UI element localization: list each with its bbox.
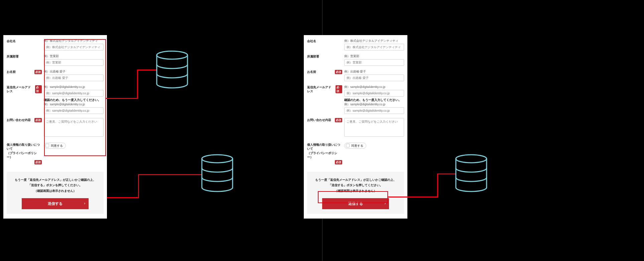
- submit-button[interactable]: 送信する ›: [322, 198, 389, 209]
- field-inquiry: お問い合わせ内容 必須: [307, 116, 404, 140]
- field-company: 会社名 例）株式会社デジタルアイデンティティ: [7, 37, 104, 52]
- hint-department: 例）営業部: [44, 54, 104, 58]
- database-icon: [455, 154, 488, 194]
- required-badge: 必須: [335, 160, 342, 164]
- input-name[interactable]: [344, 75, 404, 81]
- connector-right-a: [388, 197, 438, 198]
- notice-box: もう一度「返信先メールアドレス」が正しいかご確認の上、 「送信する」ボタンを押し…: [7, 172, 104, 214]
- connector-left-2b: [138, 174, 139, 198]
- field-inquiry: お問い合わせ内容 必須: [7, 116, 104, 140]
- hint-department: 例）営業部: [344, 54, 404, 58]
- chevron-right-icon: ›: [385, 201, 386, 206]
- hint-name: 例）出路椿 愛子: [344, 70, 404, 74]
- field-name: お名前 必須 例）出路椿 愛子: [307, 68, 404, 83]
- label-department: 所属部署: [307, 54, 319, 59]
- label-email: 返信先メールアドレス: [307, 85, 334, 94]
- database-icon: [201, 154, 234, 194]
- consent-toggle[interactable]: 同意する: [44, 143, 66, 149]
- required-badge: 必須: [34, 160, 42, 164]
- input-email-confirm[interactable]: [44, 107, 104, 114]
- connector-left-2c: [138, 174, 202, 175]
- submit-button[interactable]: 送信する ›: [22, 198, 89, 209]
- label-inquiry: お問い合わせ内容: [307, 118, 331, 122]
- submit-label: 送信する: [348, 202, 363, 206]
- required-badge: 必須: [34, 70, 42, 74]
- textarea-inquiry[interactable]: [44, 118, 104, 137]
- label-privacy-1: 個人情報の取り扱いについて: [307, 143, 342, 151]
- notice-line-2: 「送信する」ボタンを押してください。: [10, 182, 100, 188]
- label-department: 所属部署: [7, 54, 19, 59]
- hint-company: 例）株式会社デジタルアイデンティティ: [344, 39, 404, 43]
- field-department: 所属部署 例）営業部: [307, 52, 404, 68]
- field-privacy: 個人情報の取り扱いについて （プライバシーポリシー） 必須 同意する: [7, 140, 104, 167]
- chevron-right-icon: ›: [84, 201, 85, 206]
- form-panel-right: 会社名 例）株式会社デジタルアイデンティティ 所属部署 例）営業部 お名前 必須…: [304, 35, 407, 219]
- required-badge: 必須: [335, 70, 342, 74]
- input-email-confirm[interactable]: [344, 107, 404, 114]
- label-email: 返信先メールアドレス: [7, 85, 34, 94]
- field-name: お名前 必須 例）出路椿 愛子: [7, 68, 104, 83]
- notice-line-3: （確認画面は表示されません）: [10, 188, 100, 193]
- notice-line-1: もう一度「返信先メールアドレス」が正しいかご確認の上、: [10, 177, 100, 182]
- checkbox-icon: [45, 144, 49, 147]
- required-badge: 必須: [35, 85, 42, 93]
- consent-label: 同意する: [351, 144, 363, 148]
- consent-toggle[interactable]: 同意する: [344, 143, 366, 149]
- input-company[interactable]: [44, 44, 104, 50]
- input-email[interactable]: [344, 90, 404, 97]
- label-privacy-1: 個人情報の取り扱いについて: [7, 143, 42, 151]
- input-department[interactable]: [44, 59, 104, 66]
- connector-left-1a: [106, 98, 138, 99]
- label-name: お名前: [7, 70, 16, 74]
- label-company: 会社名: [307, 39, 316, 43]
- svg-point-2: [456, 155, 487, 163]
- label-email-confirm: 確認のため、もう一度入力してください。: [44, 98, 104, 102]
- connector-right-c: [437, 173, 456, 174]
- hint-name: 例）出路椿 愛子: [44, 70, 104, 74]
- field-department: 所属部署 例）営業部: [7, 52, 104, 68]
- input-department[interactable]: [344, 59, 404, 66]
- label-inquiry: お問い合わせ内容: [7, 118, 31, 122]
- checkbox-icon: [346, 144, 350, 147]
- input-company[interactable]: [344, 44, 404, 50]
- notice-line-2: 「送信する」ボタンを押してください。: [310, 182, 401, 188]
- required-badge: 必須: [34, 118, 42, 122]
- hint-email-confirm: 例）sample@digitalidentity.co.jp: [44, 103, 104, 107]
- form-panel-left: 会社名 例）株式会社デジタルアイデンティティ 所属部署 例）営業部 お名前 必須…: [3, 35, 107, 219]
- field-email: 返信先メールアドレス 必須 例）sample@digitalidentity.c…: [307, 83, 404, 116]
- database-icon: [155, 50, 189, 90]
- textarea-inquiry[interactable]: [344, 118, 404, 137]
- required-badge: 必須: [335, 118, 342, 122]
- connector-left-1b: [137, 70, 138, 99]
- submit-label: 送信する: [48, 202, 62, 206]
- svg-point-0: [157, 51, 187, 59]
- label-email-confirm: 確認のため、もう一度入力してください。: [344, 98, 404, 102]
- connector-right-b: [437, 173, 438, 198]
- label-name: お名前: [307, 70, 316, 74]
- label-company: 会社名: [7, 39, 16, 43]
- svg-point-1: [202, 155, 233, 163]
- consent-label: 同意する: [51, 144, 63, 148]
- connector-left-2a: [107, 197, 139, 198]
- field-email: 返信先メールアドレス 必須 例）sample@digitalidentity.c…: [7, 83, 104, 116]
- field-privacy: 個人情報の取り扱いについて （プライバシーポリシー） 必須 同意する: [307, 140, 404, 167]
- label-privacy-2: （プライバシーポリシー）: [307, 151, 342, 159]
- label-privacy-2: （プライバシーポリシー）: [7, 151, 42, 159]
- notice-box: もう一度「返信先メールアドレス」が正しいかご確認の上、 「送信する」ボタンを押し…: [307, 172, 404, 214]
- input-email[interactable]: [44, 90, 104, 97]
- hint-email-confirm: 例）sample@digitalidentity.co.jp: [344, 103, 404, 107]
- connector-left-1c: [137, 70, 156, 71]
- hint-email: 例）sample@digitalidentity.co.jp: [344, 85, 404, 89]
- notice-line-1: もう一度「返信先メールアドレス」が正しいかご確認の上、: [310, 177, 401, 182]
- input-name[interactable]: [44, 75, 104, 81]
- hint-email: 例）sample@digitalidentity.co.jp: [44, 85, 104, 89]
- notice-line-3: （確認画面は表示されません）: [310, 188, 401, 193]
- required-badge: 必須: [336, 85, 342, 93]
- field-company: 会社名 例）株式会社デジタルアイデンティティ: [307, 37, 404, 52]
- hint-company: 例）株式会社デジタルアイデンティティ: [44, 39, 104, 43]
